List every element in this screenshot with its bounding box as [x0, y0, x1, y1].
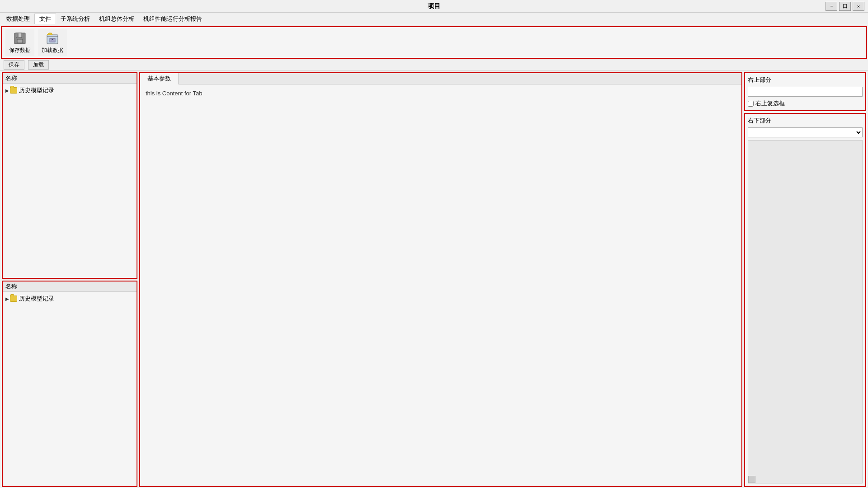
svg-rect-3 — [17, 33, 19, 37]
center-panel: 基本参数 this is Content for Tab — [139, 72, 742, 487]
tab-content-text: this is Content for Tab — [146, 90, 203, 97]
load-data-label: 加载数据 — [42, 47, 63, 54]
load-sub-button[interactable]: 加载 — [28, 60, 49, 70]
title-bar: 项目 － 口 × — [0, 0, 868, 13]
right-upper-label: 右上部分 — [748, 76, 863, 84]
right-upper-input[interactable] — [748, 87, 863, 97]
minimize-button[interactable]: － — [826, 2, 837, 11]
maximize-button[interactable]: 口 — [839, 2, 851, 11]
toolbar: 保存数据 加载数据 — [2, 27, 866, 58]
left-lower-tree-item[interactable]: ▶ 历史模型记录 — [5, 294, 135, 304]
right-upper-checkbox-label: 右上复选框 — [755, 99, 785, 108]
right-upper-checkbox[interactable] — [748, 101, 754, 107]
right-lower-select[interactable] — [748, 127, 863, 137]
right-checkbox-row: 右上复选框 — [748, 99, 863, 108]
right-lower-list — [748, 140, 863, 483]
left-lower-panel: 名称 ▶ 历史模型记录 — [2, 281, 137, 487]
scrollbar-thumb[interactable] — [748, 476, 755, 483]
menu-item-unit-overall[interactable]: 机组总体分析 — [94, 14, 139, 24]
folder-icon — [10, 87, 17, 94]
menu-item-data-processing[interactable]: 数据处理 — [2, 14, 34, 24]
left-lower-header: 名称 — [3, 282, 137, 292]
folder-icon-2 — [10, 296, 17, 302]
sub-toolbar: 保存 加载 — [0, 60, 868, 70]
menu-item-subsystem-analysis[interactable]: 子系统分析 — [56, 14, 94, 24]
right-column: 右上部分 右上复选框 右下部分 — [744, 72, 866, 487]
menu-bar: 数据处理 文件 子系统分析 机组总体分析 机组性能运行分析报告 — [0, 13, 868, 25]
left-lower-tree-label: 历史模型记录 — [19, 295, 54, 303]
save-sub-button[interactable]: 保存 — [4, 60, 24, 70]
center-content: this is Content for Tab — [140, 84, 741, 486]
left-upper-panel: 名称 ▶ 历史模型记录 — [2, 72, 137, 279]
window-controls: － 口 × — [826, 2, 864, 11]
right-lower-panel: 右下部分 — [744, 113, 866, 487]
left-upper-content: ▶ 历史模型记录 — [3, 84, 137, 278]
window-title: 项目 — [428, 2, 440, 10]
save-icon — [13, 31, 27, 46]
left-lower-content: ▶ 历史模型记录 — [3, 292, 137, 487]
tree-arrow-icon-2: ▶ — [5, 296, 10, 301]
left-column: 名称 ▶ 历史模型记录 名称 ▶ 历史模型记录 — [2, 72, 137, 487]
svg-rect-2 — [17, 39, 23, 43]
main-area: 名称 ▶ 历史模型记录 名称 ▶ 历史模型记录 基本参 — [0, 70, 868, 488]
load-data-button[interactable]: 加载数据 — [38, 29, 67, 56]
left-upper-header: 名称 — [3, 73, 137, 84]
menu-item-unit-performance[interactable]: 机组性能运行分析报告 — [139, 14, 207, 24]
tree-arrow-icon: ▶ — [5, 88, 10, 93]
save-data-button[interactable]: 保存数据 — [5, 29, 34, 56]
tab-basic-params[interactable]: 基本参数 — [140, 73, 179, 84]
tab-bar: 基本参数 — [140, 73, 741, 84]
left-upper-tree-item[interactable]: ▶ 历史模型记录 — [5, 85, 135, 95]
left-upper-tree-label: 历史模型记录 — [19, 86, 54, 94]
svg-rect-1 — [16, 33, 22, 38]
close-button[interactable]: × — [853, 2, 864, 11]
right-upper-panel: 右上部分 右上复选框 — [744, 72, 866, 111]
right-lower-label: 右下部分 — [748, 117, 863, 125]
save-data-label: 保存数据 — [9, 47, 31, 54]
menu-item-file[interactable]: 文件 — [34, 14, 56, 24]
load-icon — [45, 31, 60, 46]
